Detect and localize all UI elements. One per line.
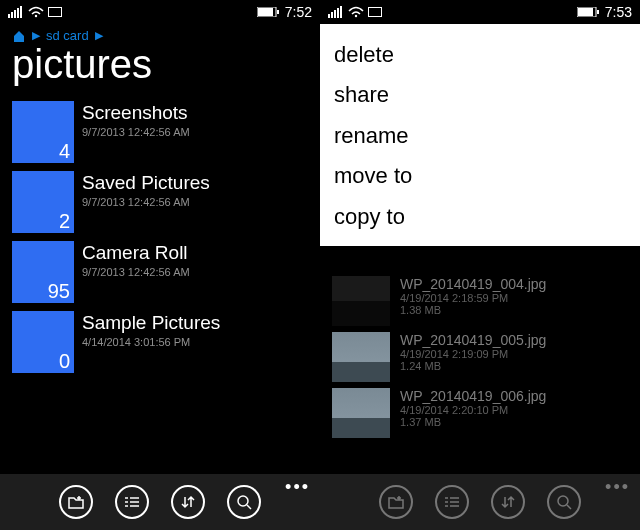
svg-rect-23 (340, 6, 342, 18)
svg-rect-7 (258, 8, 273, 16)
battery-icon (257, 7, 279, 17)
breadcrumb-sep: ▶ (95, 29, 103, 42)
sort-button[interactable] (171, 485, 205, 519)
svg-rect-26 (578, 8, 593, 16)
svg-rect-4 (20, 6, 22, 18)
new-folder-button[interactable] (379, 485, 413, 519)
svg-rect-20 (331, 12, 333, 18)
folder-tile: 4 (12, 101, 74, 163)
svg-point-5 (35, 15, 37, 17)
file-list: WP_20140419_004.jpg 4/19/2014 2:18:59 PM… (320, 276, 640, 474)
folder-name: Screenshots (82, 103, 190, 124)
battery-icon (577, 7, 599, 17)
svg-line-18 (247, 505, 251, 509)
status-bar: 7:52 (0, 0, 320, 24)
breadcrumb-sep: ▶ (32, 29, 40, 42)
new-folder-button[interactable] (59, 485, 93, 519)
folder-name: Camera Roll (82, 243, 190, 264)
thumbnail (332, 388, 390, 438)
wifi-icon (28, 6, 44, 18)
folder-item-sample-pictures[interactable]: 0 Sample Pictures 4/14/2014 3:01:56 PM (12, 311, 308, 373)
svg-rect-21 (334, 10, 336, 18)
screen-left: 7:52 ▶ sd card ▶ pictures 4 Screenshots … (0, 0, 320, 530)
file-name: WP_20140419_005.jpg (400, 332, 546, 348)
svg-point-24 (355, 15, 357, 17)
file-size: 1.38 MB (400, 304, 546, 316)
screen-right: 7:53 delete share rename move to copy to… (320, 0, 640, 530)
message-icon (48, 7, 62, 17)
svg-rect-3 (17, 8, 19, 18)
home-icon[interactable] (12, 29, 26, 43)
menu-item-move-to[interactable]: move to (334, 163, 626, 189)
select-button[interactable] (115, 485, 149, 519)
svg-point-36 (558, 496, 568, 506)
file-name: WP_20140419_006.jpg (400, 388, 546, 404)
wifi-icon (348, 6, 364, 18)
folder-count: 2 (59, 210, 70, 233)
status-clock: 7:53 (605, 4, 632, 20)
folder-item-camera-roll[interactable]: 95 Camera Roll 9/7/2013 12:42:56 AM (12, 241, 308, 303)
svg-rect-8 (277, 10, 279, 14)
status-clock: 7:52 (285, 4, 312, 20)
file-size: 1.24 MB (400, 360, 546, 372)
folder-name: Saved Pictures (82, 173, 210, 194)
message-icon (368, 7, 382, 17)
folder-item-screenshots[interactable]: 4 Screenshots 9/7/2013 12:42:56 AM (12, 101, 308, 163)
menu-item-share[interactable]: share (334, 82, 626, 108)
file-date: 4/19/2014 2:18:59 PM (400, 292, 546, 304)
sort-button[interactable] (491, 485, 525, 519)
folder-list: 4 Screenshots 9/7/2013 12:42:56 AM 2 Sav… (0, 95, 320, 373)
svg-point-17 (238, 496, 248, 506)
folder-tile: 2 (12, 171, 74, 233)
search-button[interactable] (227, 485, 261, 519)
page-title: pictures (0, 43, 320, 95)
select-button[interactable] (435, 485, 469, 519)
appbar: ••• (320, 474, 640, 530)
folder-date: 9/7/2013 12:42:56 AM (82, 266, 190, 278)
menu-item-rename[interactable]: rename (334, 123, 626, 149)
menu-item-copy-to[interactable]: copy to (334, 204, 626, 230)
svg-rect-27 (597, 10, 599, 14)
folder-date: 9/7/2013 12:42:56 AM (82, 126, 190, 138)
signal-icon (328, 6, 344, 18)
appbar-more-icon[interactable]: ••• (285, 484, 310, 491)
folder-item-saved-pictures[interactable]: 2 Saved Pictures 9/7/2013 12:42:56 AM (12, 171, 308, 233)
folder-count: 95 (48, 280, 70, 303)
svg-line-37 (567, 505, 571, 509)
search-button[interactable] (547, 485, 581, 519)
status-bar: 7:53 (320, 0, 640, 24)
folder-tile: 0 (12, 311, 74, 373)
context-menu: delete share rename move to copy to (320, 24, 640, 246)
svg-rect-19 (328, 14, 330, 18)
folder-name: Sample Pictures (82, 313, 220, 334)
svg-rect-0 (8, 14, 10, 18)
appbar-more-icon[interactable]: ••• (605, 484, 630, 491)
file-name: WP_20140419_004.jpg (400, 276, 546, 292)
thumbnail (332, 276, 390, 326)
file-size: 1.37 MB (400, 416, 546, 428)
menu-item-delete[interactable]: delete (334, 42, 626, 68)
signal-icon (8, 6, 24, 18)
appbar: ••• (0, 474, 320, 530)
breadcrumb[interactable]: ▶ sd card ▶ (0, 24, 320, 43)
file-date: 4/19/2014 2:19:09 PM (400, 348, 546, 360)
thumbnail (332, 332, 390, 382)
file-date: 4/19/2014 2:20:10 PM (400, 404, 546, 416)
breadcrumb-item[interactable]: sd card (46, 28, 89, 43)
folder-count: 0 (59, 350, 70, 373)
folder-date: 9/7/2013 12:42:56 AM (82, 196, 210, 208)
svg-rect-1 (11, 12, 13, 18)
svg-rect-2 (14, 10, 16, 18)
file-item[interactable]: WP_20140419_004.jpg 4/19/2014 2:18:59 PM… (332, 276, 628, 326)
file-item[interactable]: WP_20140419_005.jpg 4/19/2014 2:19:09 PM… (332, 332, 628, 382)
file-item[interactable]: WP_20140419_006.jpg 4/19/2014 2:20:10 PM… (332, 388, 628, 438)
folder-tile: 95 (12, 241, 74, 303)
svg-rect-22 (337, 8, 339, 18)
folder-date: 4/14/2014 3:01:56 PM (82, 336, 220, 348)
folder-count: 4 (59, 140, 70, 163)
